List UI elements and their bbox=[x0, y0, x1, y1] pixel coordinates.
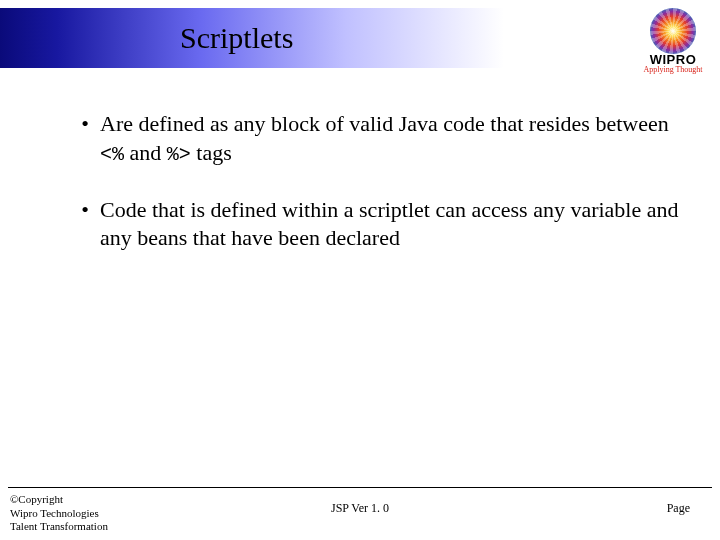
footer-dept: Talent Transformation bbox=[10, 520, 108, 534]
bullet-item: • Are defined as any block of valid Java… bbox=[70, 110, 680, 168]
content-area: • Are defined as any block of valid Java… bbox=[70, 110, 680, 281]
bullet-text-pre: Are defined as any block of valid Java c… bbox=[100, 111, 669, 136]
title-bar: Scriptlets bbox=[0, 8, 720, 68]
footer-divider bbox=[8, 487, 712, 488]
footer-page: Page bbox=[667, 501, 690, 516]
code-close-tag: %> bbox=[167, 143, 191, 166]
code-open-tag: <% bbox=[100, 143, 124, 166]
bullet-marker: • bbox=[70, 196, 100, 253]
footer-center: JSP Ver 1. 0 bbox=[0, 501, 720, 516]
logo-tagline: Applying Thought bbox=[643, 65, 702, 74]
bullet-text: Are defined as any block of valid Java c… bbox=[100, 110, 680, 168]
wipro-logo: WIPRO Applying Thought bbox=[636, 4, 710, 78]
bullet-text-post: tags bbox=[191, 140, 232, 165]
bullet-item: • Code that is defined within a scriptle… bbox=[70, 196, 680, 253]
bullet-text: Code that is defined within a scriptlet … bbox=[100, 196, 680, 253]
bullet-marker: • bbox=[70, 110, 100, 168]
slide-title: Scriptlets bbox=[180, 21, 293, 55]
logo-burst-icon bbox=[650, 8, 696, 54]
slide: Scriptlets WIPRO Applying Thought • Are … bbox=[0, 0, 720, 540]
bullet-text-mid: and bbox=[124, 140, 167, 165]
